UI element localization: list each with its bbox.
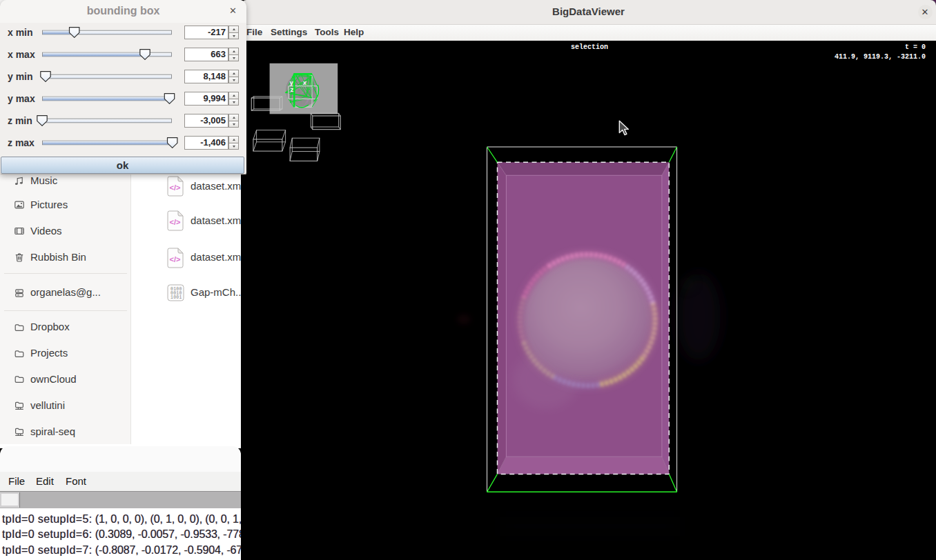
svg-text:1001: 1001 [170,294,182,299]
svg-text:</>: </> [170,255,181,263]
svg-text:</>: </> [170,183,181,192]
svg-text:x: x [303,79,306,86]
svg-text:z: z [291,86,294,93]
svg-text:</>: </> [170,218,181,226]
